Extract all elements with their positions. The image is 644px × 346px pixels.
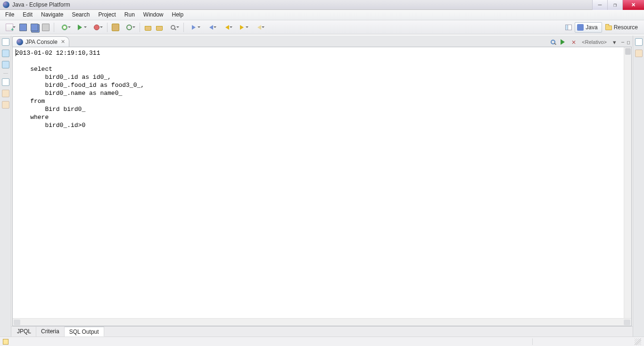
menubar: File Edit Navigate Search Project Run Wi… — [0, 10, 644, 20]
task-list-icon[interactable] — [635, 50, 643, 57]
perspective-resource[interactable]: Resource — [603, 22, 642, 33]
maximize-button[interactable] — [607, 0, 622, 10]
minimize-button[interactable] — [592, 0, 607, 10]
right-trim-stack — [633, 35, 644, 337]
new-package-button[interactable] — [110, 22, 121, 33]
menu-navigate[interactable]: Navigate — [37, 10, 67, 20]
tab-criteria[interactable]: Criteria — [36, 327, 65, 337]
eclipse-window: Java - Eclipse Platform File Edit Naviga… — [0, 0, 644, 346]
next-annotation-button[interactable] — [187, 22, 202, 33]
perspective-label: Java — [586, 24, 597, 31]
relative-label: <Relativo> — [580, 39, 608, 45]
clear-console-icon[interactable]: ⨯ — [570, 38, 578, 46]
save-button[interactable] — [18, 22, 28, 33]
open-type-button[interactable] — [143, 22, 153, 33]
tab-sql-output[interactable]: SQL Output — [65, 327, 104, 337]
maximize-view-icon[interactable]: □ — [627, 40, 630, 45]
open-task-button[interactable] — [154, 22, 165, 33]
outline-icon[interactable] — [2, 61, 9, 68]
print-button[interactable] — [41, 22, 51, 33]
prev-annotation-button[interactable] — [203, 22, 218, 33]
tab-jpa-console[interactable]: JPA Console ✕ — [12, 36, 69, 47]
last-edit-button[interactable] — [251, 22, 266, 33]
menu-edit[interactable]: Edit — [18, 10, 37, 20]
open-perspective-button[interactable] — [563, 22, 574, 33]
perspective-java[interactable]: Java — [575, 22, 602, 33]
run-query-icon[interactable] — [560, 38, 567, 46]
debug-button[interactable] — [57, 22, 72, 33]
toolbar-separator — [140, 23, 140, 32]
minimize-view-icon[interactable]: ─ — [621, 40, 624, 45]
menu-file[interactable]: File — [1, 10, 18, 20]
gutter-separator — [3, 73, 8, 74]
forward-button[interactable] — [235, 22, 250, 33]
hierarchy-icon[interactable] — [2, 90, 9, 97]
toolbar-separator — [183, 23, 184, 32]
menu-help[interactable]: Help — [168, 10, 188, 20]
tab-jpql[interactable]: JPQL — [12, 327, 36, 337]
tab-label: JPA Console — [25, 39, 58, 45]
package-explorer-icon[interactable] — [2, 50, 9, 57]
workbench: JPA Console ✕ ⨯ <Relativo> ▾ ─ □ — [0, 34, 644, 337]
eclipse-icon — [3, 1, 9, 8]
bottom-tabbar: JPQL Criteria SQL Output — [11, 326, 633, 337]
toolbar-separator — [107, 23, 107, 32]
restore-view-icon[interactable] — [635, 38, 643, 46]
window-title: Java - Eclipse Platform — [12, 1, 70, 8]
titlebar[interactable]: Java - Eclipse Platform — [0, 0, 644, 10]
restore-view-icon[interactable] — [2, 78, 9, 86]
menu-window[interactable]: Window — [139, 10, 168, 20]
editor-area: JPA Console ✕ ⨯ <Relativo> ▾ ─ □ — [11, 35, 633, 337]
back-button[interactable] — [219, 22, 234, 33]
main-toolbar: Java Resource — [0, 20, 644, 34]
restore-view-icon[interactable] — [2, 38, 9, 46]
perspective-label: Resource — [614, 24, 638, 31]
run-button[interactable] — [73, 22, 88, 33]
console-panel: 2013-01-02 12:19:10,311 select bird0_.id… — [12, 47, 632, 326]
new-type-button[interactable] — [122, 22, 137, 33]
close-button[interactable] — [622, 0, 644, 10]
resize-grip-icon[interactable] — [635, 338, 641, 345]
menu-project[interactable]: Project — [94, 10, 120, 20]
menu-search[interactable]: Search — [67, 10, 94, 20]
console-text: 2013-01-02 12:19:10,311 select bird0_.id… — [13, 47, 631, 131]
new-button[interactable] — [2, 22, 17, 33]
horizontal-scrollbar[interactable] — [13, 318, 631, 326]
vertical-scrollbar[interactable] — [624, 47, 631, 318]
menu-run[interactable]: Run — [120, 10, 139, 20]
save-all-button[interactable] — [29, 22, 40, 33]
java-perspective-icon — [577, 24, 584, 31]
perspective-switcher: Java Resource — [563, 22, 642, 33]
view-toolbar: ⨯ <Relativo> ▾ ─ □ — [549, 38, 633, 47]
close-tab-icon[interactable]: ✕ — [61, 39, 65, 45]
resource-perspective-icon — [605, 25, 612, 30]
view-menu-icon[interactable]: ▾ — [611, 38, 619, 46]
toolbar-separator — [54, 23, 54, 32]
search-button[interactable] — [165, 22, 181, 33]
problems-icon[interactable] — [2, 101, 9, 109]
run-last-button[interactable] — [89, 22, 104, 33]
left-trim-stack — [0, 35, 11, 337]
jpa-console-icon — [17, 39, 23, 45]
text-caret — [16, 49, 16, 56]
magnifier-icon[interactable] — [549, 38, 557, 46]
statusbar — [0, 337, 644, 346]
console-output[interactable]: 2013-01-02 12:19:10,311 select bird0_.id… — [13, 47, 631, 318]
scroll-left-icon[interactable] — [14, 320, 20, 325]
scroll-right-icon[interactable] — [624, 320, 630, 325]
status-icon[interactable] — [3, 339, 8, 345]
view-tabbar: JPA Console ✕ ⨯ <Relativo> ▾ ─ □ — [11, 35, 633, 47]
